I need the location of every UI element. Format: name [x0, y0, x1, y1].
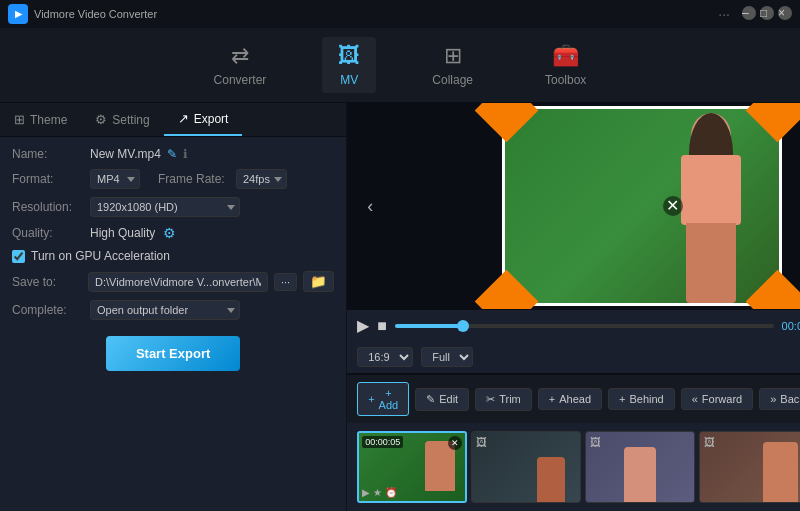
resolution-row: Resolution: 1920x1080 (HD) 1280x720 720x…: [12, 197, 334, 217]
thumb-figure-4: [763, 442, 798, 502]
theme-icon: ⊞: [14, 112, 25, 127]
format-framerate-row: Format: MP4 AVI MOV Frame Rate: 24fps 30…: [12, 169, 334, 189]
format-select[interactable]: MP4 AVI MOV: [90, 169, 140, 189]
thumb-star-1[interactable]: ★: [373, 487, 382, 498]
filmstrip-item-4[interactable]: 🖼: [699, 431, 800, 503]
filmstrip-item-3[interactable]: 🖼: [585, 431, 695, 503]
edit-button[interactable]: ✎ Edit: [415, 388, 469, 411]
resolution-select[interactable]: 1920x1080 (HD) 1280x720 720x480: [90, 197, 240, 217]
saveto-row: Save to: ··· 📁: [12, 271, 334, 292]
remove-preview-button[interactable]: ✕: [663, 196, 683, 216]
toolbox-icon: 🧰: [552, 43, 579, 69]
nav-mv[interactable]: 🖼 MV: [322, 37, 376, 93]
thumb-clock-1[interactable]: ⏰: [385, 487, 397, 498]
tab-setting-label: Setting: [112, 113, 149, 127]
timeline-toolbar: + + Add ✎ Edit ✂ Trim + Ahead + Behind «…: [347, 374, 800, 423]
browse-button[interactable]: ···: [274, 273, 297, 291]
complete-action-select[interactable]: Open output folder Do nothing: [90, 300, 240, 320]
export-settings: Name: New MV.mp4 ✎ ℹ Format: MP4 AVI MOV…: [0, 137, 346, 511]
backward-icon: »: [770, 393, 776, 405]
nav-collage[interactable]: ⊞ Collage: [416, 37, 489, 93]
thumb-controls-1: ▶ ★ ⏰: [362, 487, 397, 498]
menu-icon: ···: [718, 6, 730, 22]
trim-icon: ✂: [486, 393, 495, 406]
progress-bar[interactable]: [395, 324, 774, 328]
gpu-checkbox[interactable]: [12, 250, 25, 263]
start-export-button[interactable]: Start Export: [106, 336, 240, 371]
tab-theme[interactable]: ⊞ Theme: [0, 103, 81, 136]
saveto-input[interactable]: [88, 272, 268, 292]
right-panel: ‹: [347, 103, 800, 511]
name-label: Name:: [12, 147, 82, 161]
complete-row: Complete: Open output folder Do nothing: [12, 300, 334, 320]
filename-text: New MV.mp4: [90, 147, 161, 161]
nav-converter[interactable]: ⇄ Converter: [198, 37, 283, 93]
behind-button[interactable]: + Behind: [608, 388, 675, 410]
maximize-button[interactable]: □: [760, 6, 774, 20]
open-folder-button[interactable]: 📁: [303, 271, 334, 292]
size-select[interactable]: Full Fit Fill: [421, 347, 473, 367]
filmstrip-item-2[interactable]: 🖼: [471, 431, 581, 503]
ahead-icon: +: [549, 393, 555, 405]
gpu-label[interactable]: Turn on GPU Acceleration: [31, 249, 170, 263]
thumb-figure-3: [624, 447, 656, 502]
nav-converter-label: Converter: [214, 73, 267, 87]
play-button[interactable]: ▶: [357, 316, 369, 335]
titlebar: ▶ Vidmore Video Converter ··· – □ ×: [0, 0, 800, 28]
preview-frame: ✕: [502, 106, 782, 306]
progress-thumb: [457, 320, 469, 332]
tab-theme-label: Theme: [30, 113, 67, 127]
nav-mv-label: MV: [340, 73, 358, 87]
filmstrip-item-1[interactable]: 00:00:05 ✕ ▶ ★ ⏰: [357, 431, 467, 503]
thumb-bg-2: [472, 432, 580, 502]
window-controls: ··· – □ ×: [718, 6, 792, 22]
thumb-type-icon-2: 🖼: [476, 436, 487, 448]
thumb-bg-3: [586, 432, 694, 502]
add-button[interactable]: + + Add: [357, 382, 409, 416]
info-icon[interactable]: ℹ: [183, 147, 188, 161]
quality-value: High Quality: [90, 226, 155, 240]
tab-export[interactable]: ↗ Export: [164, 103, 243, 136]
ahead-button[interactable]: + Ahead: [538, 388, 602, 410]
progress-fill: [395, 324, 463, 328]
mv-icon: 🖼: [338, 43, 360, 69]
video-preview-area: ‹: [347, 103, 800, 309]
framerate-label: Frame Rate:: [158, 172, 228, 186]
minimize-button[interactable]: –: [742, 6, 756, 20]
panel-tabs: ⊞ Theme ⚙ Setting ↗ Export: [0, 103, 346, 137]
name-value-group: New MV.mp4 ✎ ℹ: [90, 147, 188, 161]
quality-label: Quality:: [12, 226, 82, 240]
tab-export-label: Export: [194, 112, 229, 126]
nav-toolbox[interactable]: 🧰 Toolbox: [529, 37, 602, 93]
ahead-label: Ahead: [559, 393, 591, 405]
thumb-play-1[interactable]: ▶: [362, 487, 370, 498]
forward-button[interactable]: « Forward: [681, 388, 753, 410]
trim-label: Trim: [499, 393, 521, 405]
tab-setting[interactable]: ⚙ Setting: [81, 103, 163, 136]
forward-label: Forward: [702, 393, 742, 405]
saveto-label: Save to:: [12, 275, 82, 289]
top-navigation: ⇄ Converter 🖼 MV ⊞ Collage 🧰 Toolbox: [0, 28, 800, 103]
thumb-type-icon-3: 🖼: [590, 436, 601, 448]
resolution-label: Resolution:: [12, 200, 82, 214]
close-button[interactable]: ×: [778, 6, 792, 20]
preview-container: ✕: [502, 106, 782, 306]
stop-button[interactable]: ■: [377, 317, 387, 335]
setting-icon: ⚙: [95, 112, 107, 127]
behind-icon: +: [619, 393, 625, 405]
gpu-acceleration-row: Turn on GPU Acceleration: [12, 249, 334, 263]
export-icon: ↗: [178, 111, 189, 126]
nav-toolbox-label: Toolbox: [545, 73, 586, 87]
framerate-select[interactable]: 24fps 30fps 60fps: [236, 169, 287, 189]
prev-frame-arrow[interactable]: ‹: [367, 196, 373, 217]
nav-collage-label: Collage: [432, 73, 473, 87]
thumb-figure-2: [537, 457, 565, 502]
preview-options-bar: 16:9 4:3 1:1 Full Fit Fill Start Export: [347, 341, 800, 374]
backward-button[interactable]: » Backward: [759, 388, 800, 410]
aspect-ratio-select[interactable]: 16:9 4:3 1:1: [357, 347, 413, 367]
trim-button[interactable]: ✂ Trim: [475, 388, 532, 411]
edit-name-icon[interactable]: ✎: [167, 147, 177, 161]
quality-settings-icon[interactable]: ⚙: [163, 225, 176, 241]
edit-icon: ✎: [426, 393, 435, 406]
time-display: 00:00:03.23/00:00:20.00: [782, 320, 800, 332]
